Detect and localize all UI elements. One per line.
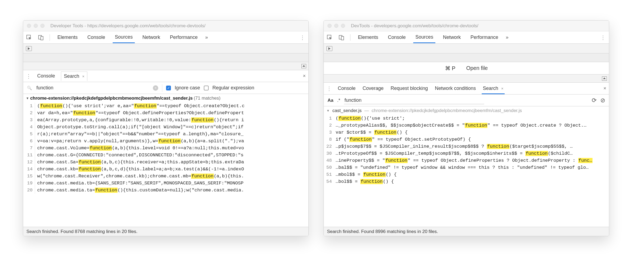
search-results-list[interactable]: 1(function(){'use strict';var e,aa="func…: [23, 103, 308, 227]
minimize-window-icon[interactable]: [34, 24, 38, 28]
refresh-icon[interactable]: [592, 97, 597, 104]
line-number: 6: [23, 138, 35, 145]
collapse-drawer-icon[interactable]: [301, 64, 306, 68]
line-content: chrome.cast.media.tb={SANS_SERIF:"SANS_S…: [35, 180, 308, 187]
result-line[interactable]: 22…p$jscomp$7$$ = $JSCompiler_inline_res…: [324, 143, 609, 150]
clear-search-icon[interactable]: ×: [153, 85, 158, 91]
tab-sources[interactable]: Sources: [413, 32, 435, 43]
result-line[interactable]: 3var $ctor$$ = function() {: [324, 129, 609, 136]
close-search-tab-icon[interactable]: ×: [82, 74, 84, 79]
drawer-tab-search[interactable]: Search ×: [61, 72, 87, 81]
result-line[interactable]: 4Object.prototype.toString.call(a);if("[…: [23, 124, 308, 131]
result-line[interactable]: 2…_prototypeAlias$$, $$jscomp$objectCrea…: [324, 122, 609, 129]
close-drawer-icon[interactable]: ×: [603, 86, 606, 91]
result-line[interactable]: 20chrome.cast.media.ta=function(){this.c…: [23, 187, 308, 194]
tab-sources[interactable]: Sources: [113, 32, 135, 43]
inspect-icon[interactable]: [326, 34, 333, 41]
disclosure-triangle-icon[interactable]: ▼: [326, 109, 330, 113]
drawer-kebab-icon[interactable]: ⋮: [326, 85, 332, 92]
search-input[interactable]: [344, 97, 484, 104]
tab-overflow-icon[interactable]: »: [205, 35, 208, 40]
close-drawer-icon[interactable]: ×: [303, 73, 306, 79]
separator: —: [364, 108, 369, 113]
window-controls: [27, 24, 44, 28]
close-search-tab-icon[interactable]: ×: [501, 86, 503, 91]
kebab-menu-icon[interactable]: ⋮: [300, 34, 306, 41]
drawer-tab-console[interactable]: Console: [337, 83, 357, 94]
drawer-tab-request-blocking[interactable]: Request blocking: [390, 83, 429, 94]
tab-elements[interactable]: Elements: [356, 32, 380, 43]
minimize-window-icon[interactable]: [334, 24, 338, 28]
result-line[interactable]: 6v=oa:v=pa;return v.apply(null,arguments…: [23, 138, 308, 145]
line-number: 20: [23, 187, 35, 194]
result-file-header[interactable]: ▼ chrome-extension://pkedcjkdefgpdelpbcm…: [23, 94, 308, 103]
match-case-icon[interactable]: Aa: [328, 98, 333, 103]
search-input[interactable]: [36, 84, 149, 92]
ignore-case-checkbox[interactable]: ✓: [166, 86, 171, 90]
drawer-tab-search[interactable]: Search ×: [482, 83, 504, 94]
tab-console[interactable]: Console: [85, 32, 107, 43]
result-line[interactable]: 48…ineProperty$$ = "function" == typeof …: [324, 157, 609, 164]
tab-network[interactable]: Network: [140, 32, 162, 43]
result-line[interactable]: 19chrome.cast.media.tb={SANS_SERIF:"SANS…: [23, 180, 308, 187]
result-line[interactable]: 5r(a);return"array"==b||"object"==b&&"nu…: [23, 131, 308, 138]
drawer-tab-coverage[interactable]: Coverage: [361, 83, 385, 94]
disclosure-triangle-icon[interactable]: ▼: [26, 96, 29, 100]
line-content: …bol$$ = function() {: [333, 178, 609, 185]
open-file-label[interactable]: Open file: [466, 65, 488, 71]
result-line[interactable]: 8if ("function" == typeof Object.setProt…: [324, 136, 609, 143]
result-line[interactable]: 7chrome.cast.Volume=function(a,b){this.l…: [23, 145, 308, 152]
tab-console[interactable]: Console: [386, 32, 408, 43]
tab-elements[interactable]: Elements: [55, 32, 80, 43]
result-file-header[interactable]: ▼ cast_sender.js — chrome-extension://pk…: [324, 106, 609, 115]
collapse-drawer-icon[interactable]: [602, 76, 607, 81]
close-window-icon[interactable]: [328, 24, 332, 28]
tab-performance[interactable]: Performance: [468, 32, 500, 43]
line-content: chrome.cast.Sa=function(a,b,c){this.rece…: [35, 159, 308, 166]
titlebar: DevTools - developers.google.com/web/too…: [324, 21, 609, 31]
line-content: r(a);return"array"==b||"object"==b&&"num…: [35, 131, 308, 138]
regex-checkbox[interactable]: [204, 86, 209, 90]
result-line[interactable]: 14chrome.cast.kb=function(a,b,c,d){this.…: [23, 166, 308, 173]
search-results-list[interactable]: 1(function(){'use strict';2…_prototypeAl…: [324, 115, 609, 227]
drawer-tab-console[interactable]: Console: [36, 70, 56, 82]
status-text: Search finished. Found 8768 matching lin…: [26, 229, 137, 234]
close-window-icon[interactable]: [27, 24, 31, 28]
kebab-menu-icon[interactable]: ⋮: [600, 34, 606, 41]
device-toggle-icon[interactable]: [38, 34, 44, 41]
tab-overflow-icon[interactable]: »: [506, 35, 508, 40]
device-toggle-icon[interactable]: [338, 34, 345, 41]
result-line[interactable]: 51…mbol$$ = function() {: [324, 171, 609, 178]
debugger-resume-icon[interactable]: [326, 46, 332, 51]
result-line[interactable]: 3ea(Array.prototype,a,{configurable:!0,w…: [23, 117, 308, 124]
drawer-tab-network-conditions[interactable]: Network conditions: [434, 83, 477, 94]
result-line[interactable]: 11chrome.cast.G={CONNECTED:"connected",D…: [23, 152, 308, 159]
line-content: if ("function" == typeof Object.setProto…: [333, 136, 609, 143]
result-line[interactable]: 30…tPrototypeOf$$ = $JSCompiler_temp$jsc…: [324, 150, 609, 157]
result-file-path: chrome-extension://pkedcjkdefgpdelpbcmbm…: [30, 96, 193, 101]
devtools-window-right: DevTools - developers.google.com/web/too…: [323, 20, 609, 236]
line-content: chrome.cast.media.ta=function(){this.cus…: [35, 187, 308, 194]
line-number: 2: [324, 122, 333, 129]
line-number: 48: [324, 157, 333, 164]
zoom-window-icon[interactable]: [341, 24, 345, 28]
line-content: (function(){'use strict';: [333, 115, 609, 122]
result-line[interactable]: 15w("chrome.cast.Receiver",chrome.cast.k…: [23, 173, 308, 180]
clear-icon[interactable]: [600, 97, 605, 104]
result-line[interactable]: 54…bol$$ = function() {: [324, 178, 609, 185]
result-line[interactable]: 1(function(){'use strict';: [324, 115, 609, 122]
debugger-resume-icon[interactable]: [26, 46, 32, 51]
line-content: chrome.cast.G={CONNECTED:"connected",DIS…: [35, 152, 308, 159]
result-line[interactable]: 12chrome.cast.Sa=function(a,b,c){this.re…: [23, 159, 308, 166]
tab-performance[interactable]: Performance: [168, 32, 200, 43]
result-line[interactable]: 2var da=h,ea="function"==typeof Object.d…: [23, 110, 308, 117]
tab-network[interactable]: Network: [441, 32, 463, 43]
line-number: 22: [324, 143, 333, 150]
result-line[interactable]: 1(function(){'use strict';var e,aa="func…: [23, 103, 308, 110]
inspect-icon[interactable]: [26, 34, 32, 41]
regex-icon[interactable]: .*: [337, 98, 340, 103]
line-number: 5: [23, 131, 35, 138]
drawer-kebab-icon[interactable]: ⋮: [26, 73, 31, 79]
result-line[interactable]: 50…bal$$ = "undefined" != typeof window …: [324, 164, 609, 171]
zoom-window-icon[interactable]: [40, 24, 44, 28]
